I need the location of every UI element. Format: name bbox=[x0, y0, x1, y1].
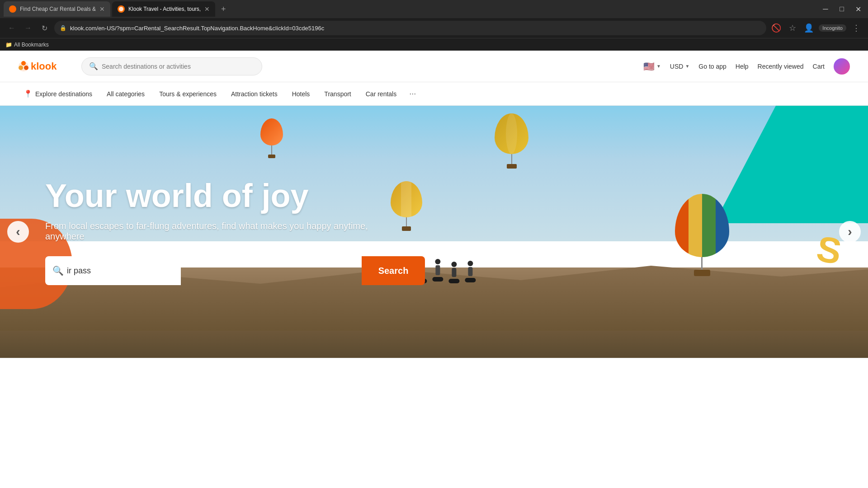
tab1-label: Find Cheap Car Rental Deals & bbox=[20, 6, 96, 12]
minimize-button[interactable]: ─ bbox=[819, 3, 832, 15]
carousel-prev-button[interactable]: ‹ bbox=[7, 221, 29, 243]
balloon-colorful bbox=[675, 194, 729, 276]
chevron-left-icon: ‹ bbox=[16, 225, 20, 239]
back-button[interactable]: ← bbox=[5, 22, 18, 34]
header-search-input[interactable] bbox=[102, 63, 255, 70]
browser-tab-2[interactable]: Klook Travel - Activities, tours, ✕ bbox=[112, 1, 215, 17]
klook-logo[interactable]: klook bbox=[18, 57, 68, 76]
nav-car-rentals[interactable]: Car rentals bbox=[360, 82, 402, 106]
go-to-app-link[interactable]: Go to app bbox=[698, 63, 726, 70]
header-search-bar[interactable]: 🔍 bbox=[81, 57, 262, 75]
nav-hotels-label: Hotels bbox=[292, 90, 310, 98]
folder-icon: 📁 bbox=[5, 42, 12, 48]
tab2-label: Klook Travel - Activities, tours, bbox=[128, 6, 201, 12]
nav-attraction-tickets[interactable]: Attraction tickets bbox=[226, 82, 283, 106]
help-link[interactable]: Help bbox=[736, 63, 749, 70]
maximize-button[interactable]: □ bbox=[835, 3, 848, 15]
nav-attractions-label: Attraction tickets bbox=[231, 90, 278, 98]
tab1-close[interactable]: ✕ bbox=[99, 5, 105, 13]
nav-hotels[interactable]: Hotels bbox=[287, 82, 316, 106]
hero-search-wrapper: 🔍 bbox=[45, 256, 362, 285]
currency-dropdown-arrow: ▼ bbox=[685, 64, 689, 69]
refresh-button[interactable]: ↻ bbox=[38, 22, 51, 34]
nav-all-categories[interactable]: All categories bbox=[101, 82, 150, 106]
nav-explore-destinations[interactable]: 📍 Explore destinations bbox=[18, 82, 98, 106]
tab1-favicon bbox=[9, 5, 16, 13]
language-selector[interactable]: 🇺🇸 ▼ bbox=[643, 61, 661, 72]
site-header: klook 🔍 🇺🇸 ▼ USD ▼ Go to app Help Recent… bbox=[0, 51, 868, 82]
browser-actions: 🚫 ☆ 👤 Incognito ⋮ bbox=[770, 22, 863, 34]
chevron-right-icon: › bbox=[848, 225, 852, 239]
nav-transport-label: Transport bbox=[324, 90, 351, 98]
svg-text:klook: klook bbox=[31, 61, 57, 72]
lang-dropdown-arrow: ▼ bbox=[656, 64, 661, 69]
balloon-yellow bbox=[391, 181, 422, 231]
close-window-button[interactable]: ✕ bbox=[852, 3, 864, 15]
hero-section: S bbox=[0, 106, 868, 358]
user-avatar[interactable] bbox=[834, 58, 850, 75]
site-nav: 📍 Explore destinations All categories To… bbox=[0, 82, 868, 106]
balloon-orange bbox=[260, 118, 283, 158]
currency-selector[interactable]: USD ▼ bbox=[670, 63, 689, 70]
recently-viewed-link[interactable]: Recently viewed bbox=[758, 63, 804, 70]
nav-explore-label: Explore destinations bbox=[35, 90, 92, 98]
hero-title: Your world of joy bbox=[45, 178, 425, 214]
hero-search-input[interactable] bbox=[45, 256, 181, 285]
location-pin-icon: 📍 bbox=[24, 89, 33, 98]
eye-off-icon[interactable]: 🚫 bbox=[770, 22, 783, 34]
menu-button[interactable]: ⋮ bbox=[850, 22, 863, 34]
nav-tours-label: Tours & experiences bbox=[159, 90, 217, 98]
header-search-icon: 🔍 bbox=[89, 62, 98, 70]
tab2-favicon bbox=[118, 5, 125, 13]
svg-point-0 bbox=[119, 7, 123, 11]
bottom-strip bbox=[0, 358, 868, 381]
nav-tours-experiences[interactable]: Tours & experiences bbox=[154, 82, 222, 106]
nav-transport[interactable]: Transport bbox=[319, 82, 356, 106]
new-tab-button[interactable]: + bbox=[217, 3, 230, 15]
svg-point-2 bbox=[21, 61, 26, 66]
us-flag-icon: 🇺🇸 bbox=[643, 61, 655, 72]
logo-svg: klook bbox=[18, 57, 68, 76]
nav-more-button[interactable]: ··· bbox=[406, 89, 420, 99]
currency-label: USD bbox=[670, 63, 684, 70]
hero-search-button[interactable]: Search bbox=[362, 256, 425, 285]
cart-link[interactable]: Cart bbox=[813, 63, 825, 70]
forward-button[interactable]: → bbox=[22, 22, 34, 34]
hero-people-group bbox=[416, 259, 476, 283]
nav-car-rentals-label: Car rentals bbox=[366, 90, 396, 98]
tab2-close[interactable]: ✕ bbox=[204, 5, 210, 13]
hero-content: Your world of joy From local escapes to … bbox=[45, 178, 425, 285]
carousel-next-button[interactable]: › bbox=[839, 221, 861, 243]
address-bar[interactable]: 🔒 klook.com/en-US/?spm=CarRental_SearchR… bbox=[54, 21, 766, 35]
nav-categories-label: All categories bbox=[107, 90, 145, 98]
balloon-yellow2 bbox=[495, 113, 528, 169]
browser-tab-1[interactable]: Find Cheap Car Rental Deals & ✕ bbox=[4, 1, 110, 17]
hero-search-icon: 🔍 bbox=[52, 265, 64, 276]
bookmarks-folder-icon[interactable]: 📁 All Bookmarks bbox=[5, 42, 49, 48]
header-actions: 🇺🇸 ▼ USD ▼ Go to app Help Recently viewe… bbox=[643, 58, 850, 75]
website: klook 🔍 🇺🇸 ▼ USD ▼ Go to app Help Recent… bbox=[0, 51, 868, 381]
lock-icon: 🔒 bbox=[60, 25, 66, 31]
hero-subtitle: From local escapes to far-flung adventur… bbox=[45, 221, 407, 242]
bookmark-icon[interactable]: ☆ bbox=[786, 22, 799, 34]
browser-toolbar: ← → ↻ 🔒 klook.com/en-US/?spm=CarRental_S… bbox=[0, 18, 868, 38]
browser-chrome: Find Cheap Car Rental Deals & ✕ Klook Tr… bbox=[0, 0, 868, 51]
url-text: klook.com/en-US/?spm=CarRental_SearchRes… bbox=[70, 25, 761, 32]
svg-point-4 bbox=[19, 66, 23, 70]
browser-titlebar: Find Cheap Car Rental Deals & ✕ Klook Tr… bbox=[0, 0, 868, 18]
hero-search-bar: 🔍 Search bbox=[45, 256, 425, 285]
profile-icon[interactable]: 👤 bbox=[802, 22, 815, 34]
bookmarks-bar: 📁 All Bookmarks bbox=[0, 38, 868, 51]
bookmarks-label-text: All Bookmarks bbox=[14, 42, 49, 48]
svg-point-3 bbox=[24, 66, 28, 70]
incognito-badge[interactable]: Incognito bbox=[819, 24, 846, 32]
